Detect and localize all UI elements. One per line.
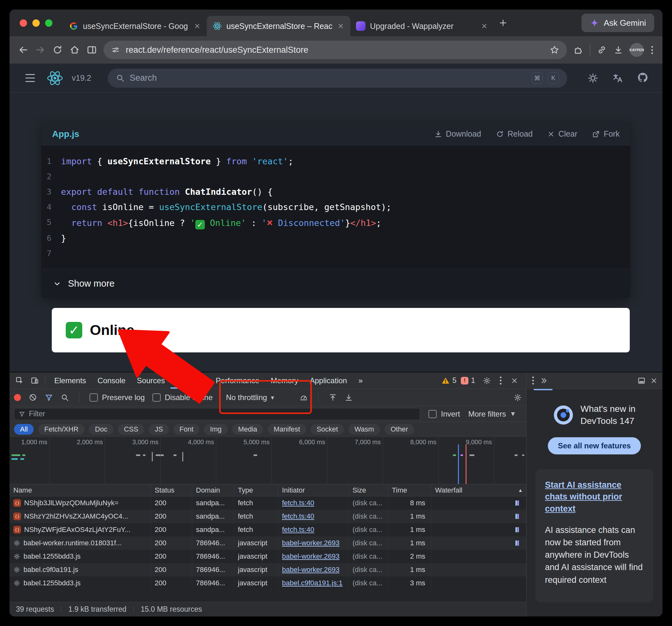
fork-button[interactable]: Fork [592,129,620,139]
filter-input-box[interactable] [14,408,420,420]
filter-chip-socket[interactable]: Socket [311,424,344,435]
back-button[interactable] [18,45,29,55]
devtools-tab-memory[interactable]: Memory [265,372,304,389]
export-har-icon[interactable] [344,393,353,402]
initiator-link[interactable]: babel-worker.2693 [282,539,339,547]
more-filters-dropdown[interactable]: More filters ▼ [469,410,516,418]
filter-icon[interactable] [45,393,53,402]
inspect-element-icon[interactable] [12,374,27,387]
request-name-cell[interactable]: {}NShzY2hlZHVsZXJAMC4yOC4... [9,510,151,523]
url-bar[interactable]: react.dev/reference/react/useSyncExterna… [103,41,567,59]
more-tabs-icon[interactable] [539,376,548,385]
devtools-menu-icon[interactable] [499,375,503,386]
window-close-button[interactable] [20,19,27,27]
column-header-size[interactable]: Size [349,484,388,496]
network-request-row[interactable]: babel.1255bdd3.js200786946...javascriptb… [9,550,526,563]
initiator-link[interactable]: babel-worker.2693 [282,552,339,560]
side-panel-icon[interactable] [87,45,97,55]
theme-toggle-icon[interactable] [587,73,598,84]
network-settings-icon[interactable] [513,393,522,402]
bookmark-star-icon[interactable] [550,45,559,55]
network-request-row[interactable]: babel-worker.runtime.018031f...200786946… [9,536,526,550]
github-icon[interactable] [637,72,648,85]
initiator-link[interactable]: babel-worker.2693 [282,565,339,574]
invert-checkbox[interactable]: Invert [428,410,460,418]
record-network-log-icon[interactable] [14,394,21,401]
network-request-row[interactable]: babel.c9f0a191.js200786946...javascriptb… [9,563,526,576]
disable-cache-checkbox[interactable]: Disable cache [152,393,213,402]
filter-chip-doc[interactable]: Doc [89,424,113,435]
network-conditions-icon[interactable] [299,393,308,402]
downloads-icon[interactable] [613,45,623,55]
filter-chip-wasm[interactable]: Wasm [349,424,380,435]
browser-menu-icon[interactable] [650,45,654,55]
clear-button[interactable]: Clear [547,129,577,139]
import-har-icon[interactable] [329,393,337,402]
devtools-close-icon[interactable] [507,374,522,387]
preserve-log-checkbox[interactable]: Preserve log [90,393,145,402]
request-name-cell[interactable]: babel.1255bdd3.js [9,550,151,563]
filter-chip-media[interactable]: Media [232,424,263,435]
window-minimize-button[interactable] [32,19,40,27]
devtools-tab-console[interactable]: Console [92,372,131,389]
checkbox-icon[interactable] [428,410,437,418]
clear-network-log-icon[interactable] [29,393,37,402]
filter-chip-img[interactable]: Img [204,424,228,435]
translate-icon[interactable] [612,73,623,84]
new-tab-button[interactable] [496,16,510,30]
request-name-cell[interactable]: babel.1255bdd3.js [9,576,151,590]
copy-link-icon[interactable] [597,45,607,55]
warnings-badge[interactable]: 5 [441,376,456,385]
filter-chip-fetch-xhr[interactable]: Fetch/XHR [38,424,85,435]
network-request-row[interactable]: {}NShzY2hlZHVsZXJAMC4yOC4...200sandpa...… [9,510,526,523]
filter-chip-manifest[interactable]: Manifest [268,424,306,435]
column-header-status[interactable]: Status [151,484,192,496]
reload-button[interactable]: Reload [496,129,533,139]
column-header-domain[interactable]: Domain [192,484,234,496]
tab-close-icon[interactable] [337,22,344,30]
filter-chip-font[interactable]: Font [173,424,199,435]
tab-close-icon[interactable] [193,22,201,30]
issues-badge[interactable]: ! 1 [461,376,475,385]
react-logo[interactable] [46,70,64,87]
site-search-button[interactable]: Search ⌘ K [107,69,567,88]
filter-chip-css[interactable]: CSS [118,424,144,435]
browser-tab-react-docs[interactable]: useSyncExternalStore – Reac [207,16,350,36]
hamburger-menu-icon[interactable] [24,72,37,84]
forward-button[interactable] [35,45,46,55]
react-version-label[interactable]: v19.2 [72,73,91,83]
request-name-cell[interactable]: babel.c9f0a191.js [9,563,151,576]
reload-button[interactable] [52,45,63,55]
request-name-cell[interactable]: babel-worker.runtime.018031f... [9,536,151,550]
devtools-tab-network[interactable]: Network [171,372,210,389]
initiator-link[interactable]: babel.c9f0a191.js:1 [282,579,343,587]
column-header-waterfall[interactable]: Waterfall▲ [431,484,526,496]
column-header-time[interactable]: Time [388,484,431,496]
network-request-row[interactable]: babel.1255bdd3.js200786946...javascriptb… [9,576,526,590]
browser-tab-google-search[interactable]: useSyncExternalStore - Goog [63,16,207,36]
devtools-tab-sources[interactable]: Sources [131,372,171,389]
panel-close-icon[interactable] [650,377,658,385]
tab-close-icon[interactable] [480,22,488,30]
column-header-type[interactable]: Type [234,484,278,496]
devtools-tab-elements[interactable]: Elements [49,372,92,389]
file-tab-appjs[interactable]: App.js [52,129,79,139]
device-toolbar-icon[interactable] [27,374,42,387]
filter-input[interactable] [29,410,415,418]
checkbox-icon[interactable] [152,393,161,402]
dock-side-icon[interactable] [638,376,646,385]
show-more-button[interactable]: Show more [41,269,630,298]
ask-gemini-button[interactable]: Ask Gemini [581,14,654,32]
throttling-dropdown[interactable]: No throttling ▾ [226,393,274,402]
devtools-settings-icon[interactable] [480,374,494,387]
download-button[interactable]: Download [434,129,481,139]
initiator-link[interactable]: fetch.ts:40 [282,526,314,534]
request-name-cell[interactable]: {}NShyZWFjdEAxOS4zLjAtY2FuY... [9,523,151,536]
search-icon[interactable] [61,393,69,402]
initiator-link[interactable]: fetch.ts:40 [282,499,314,507]
column-header-initiator[interactable]: Initiator [278,484,349,496]
network-overview-timeline[interactable]: 1,000 ms2,000 ms3,000 ms4,000 ms5,000 ms… [9,437,526,484]
see-all-features-button[interactable]: See all new features [548,437,641,455]
profile-avatar[interactable]: KAYPEN [630,43,644,57]
window-zoom-button[interactable] [45,19,52,27]
